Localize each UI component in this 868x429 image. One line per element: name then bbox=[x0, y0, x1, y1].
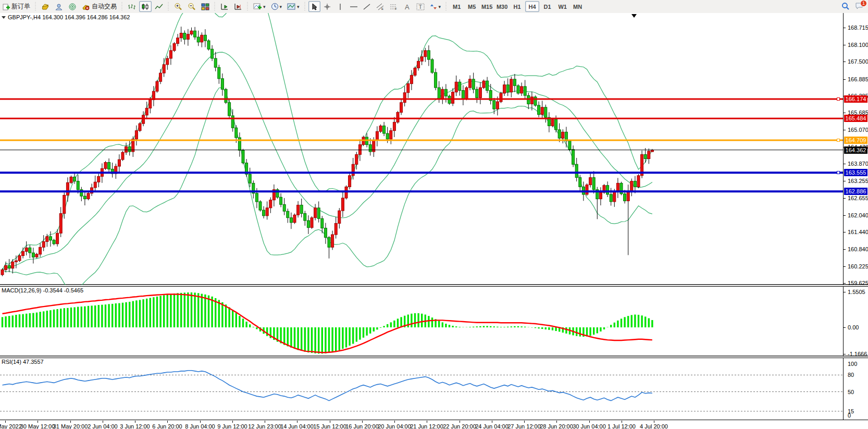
candle-body bbox=[331, 235, 334, 247]
candle-body bbox=[444, 89, 447, 96]
candle-body bbox=[390, 131, 392, 139]
trendline-button[interactable] bbox=[361, 1, 373, 12]
candle-body bbox=[304, 214, 306, 221]
candle-body bbox=[287, 211, 289, 217]
resistance-line-1-handle[interactable] bbox=[837, 97, 840, 101]
bar-chart-button[interactable] bbox=[126, 1, 138, 12]
candle-body bbox=[104, 163, 107, 169]
autotrade-icon bbox=[82, 3, 90, 10]
time-axis-tick bbox=[70, 421, 71, 423]
timeframe-w1-button[interactable]: W1 bbox=[555, 1, 569, 12]
timeframe-mn-button[interactable]: MN bbox=[571, 1, 585, 12]
toolbar-grip bbox=[214, 2, 216, 11]
chart-shift-marker[interactable] bbox=[631, 14, 637, 18]
pivot-line-handle[interactable] bbox=[837, 139, 840, 142]
price-badge-163.555: 163.555 bbox=[844, 169, 867, 176]
navigator-button[interactable] bbox=[66, 1, 79, 12]
macd-axis-label: 0.00 bbox=[848, 324, 859, 330]
candle-body bbox=[393, 122, 395, 130]
time-axis-tick bbox=[427, 421, 427, 423]
time-axis-label: 30 May 12:00 bbox=[20, 423, 55, 429]
line-chart-icon bbox=[155, 3, 163, 10]
candle-body bbox=[142, 115, 145, 124]
candle-body bbox=[651, 150, 653, 152]
crosshair-button[interactable] bbox=[321, 1, 333, 12]
timeframe-h1-button[interactable]: H1 bbox=[510, 1, 524, 12]
market-watch-button[interactable] bbox=[39, 1, 52, 12]
text-label-button[interactable]: T bbox=[414, 1, 427, 12]
macd-area[interactable]: MACD(12,26,9) -0.3544 -0.5465 bbox=[0, 287, 844, 357]
rsi-area[interactable]: RSI(14) 47.3557 bbox=[0, 358, 844, 420]
candle-body bbox=[610, 194, 612, 202]
arrows-button[interactable]: ▾ bbox=[428, 1, 443, 12]
candle-body bbox=[420, 57, 423, 62]
price-chart-svg[interactable] bbox=[0, 13, 843, 285]
auto-scroll-button[interactable] bbox=[218, 1, 231, 12]
zoom-out-icon bbox=[188, 3, 196, 10]
periods-button[interactable]: ▾ bbox=[269, 1, 284, 12]
timeframe-m30-button[interactable]: M30 bbox=[495, 1, 509, 12]
data-window-button[interactable] bbox=[53, 1, 65, 12]
templates-button[interactable]: ▾ bbox=[285, 1, 302, 12]
candle-body bbox=[159, 73, 162, 81]
equidistant-channel-button[interactable]: E bbox=[374, 1, 387, 12]
text-button[interactable]: A bbox=[401, 1, 413, 12]
timeframe-m5-button[interactable]: M5 bbox=[465, 1, 479, 12]
chart-area[interactable]: GBPJPY-,H4 164.300 164.396 164.286 164.3… bbox=[0, 13, 844, 285]
candle-body bbox=[139, 124, 141, 131]
notifications-button[interactable]: 1 bbox=[853, 1, 865, 11]
svg-text:A: A bbox=[405, 3, 410, 10]
candle-body bbox=[541, 107, 543, 115]
timeframe-h4-button[interactable]: H4 bbox=[525, 1, 539, 12]
macd-label: MACD(12,26,9) -0.3544 -0.5465 bbox=[2, 287, 83, 293]
zoom-out-button[interactable] bbox=[185, 1, 198, 12]
fibonacci-button[interactable]: F bbox=[388, 1, 400, 12]
zoom-in-button[interactable] bbox=[172, 1, 184, 12]
time-axis-tick bbox=[589, 421, 590, 423]
candle-body bbox=[431, 59, 433, 72]
candle-body bbox=[163, 65, 165, 73]
vertical-line-button[interactable] bbox=[334, 1, 346, 12]
search-icon bbox=[841, 2, 850, 10]
cursor-button[interactable] bbox=[308, 1, 320, 12]
time-axis-tick bbox=[38, 421, 38, 423]
indicators-button[interactable]: ▾ bbox=[251, 1, 268, 12]
timeframe-m1-button[interactable]: M1 bbox=[450, 1, 464, 12]
time-axis-tick bbox=[330, 421, 330, 423]
timeframe-d1-button[interactable]: D1 bbox=[540, 1, 554, 12]
bollinger-lower-band bbox=[3, 88, 652, 285]
autotrade-label: 自动交易 bbox=[92, 2, 117, 11]
candle-body bbox=[648, 151, 650, 159]
line-chart-button[interactable] bbox=[153, 1, 165, 12]
candle-body bbox=[462, 91, 464, 99]
price-axis-tick-label: 163.255 bbox=[848, 178, 868, 184]
indicators-icon bbox=[253, 3, 262, 10]
svg-text:E: E bbox=[381, 7, 383, 10]
chart-context-icon[interactable] bbox=[2, 16, 6, 19]
rsi-axis: 1008050150 bbox=[844, 358, 868, 420]
candle-body bbox=[1, 269, 4, 275]
arrows-caret-icon: ▾ bbox=[439, 4, 441, 9]
timeframe-m15-button[interactable]: M15 bbox=[480, 1, 494, 12]
candle-body bbox=[417, 61, 420, 68]
candlestick-chart-button[interactable] bbox=[139, 1, 152, 12]
chart-shift-icon bbox=[234, 3, 242, 10]
search-button[interactable] bbox=[839, 1, 852, 11]
toolbar-grip bbox=[167, 2, 170, 11]
macd-signal-line bbox=[3, 295, 652, 353]
candle-body bbox=[630, 181, 633, 191]
horizontal-line-button[interactable] bbox=[348, 1, 360, 12]
new-order-button[interactable]: 新订单 bbox=[1, 1, 32, 12]
chart-shift-button[interactable] bbox=[232, 1, 244, 12]
candle-body bbox=[108, 163, 110, 169]
support-line-1-handle[interactable] bbox=[837, 171, 840, 174]
chart-title-text: GBPJPY-,H4 164.300 164.396 164.286 164.3… bbox=[8, 14, 130, 20]
price-axis-tick bbox=[844, 232, 846, 232]
candle-body bbox=[32, 253, 34, 257]
autotrade-button[interactable]: 自动交易 bbox=[80, 1, 119, 12]
candle-body bbox=[211, 49, 214, 58]
candle-body bbox=[94, 182, 96, 188]
time-axis[interactable]: 27 May 202230 May 12:0031 May 20:002 Jun… bbox=[0, 421, 868, 429]
time-axis-tick bbox=[460, 421, 460, 423]
tile-windows-button[interactable] bbox=[199, 1, 212, 12]
